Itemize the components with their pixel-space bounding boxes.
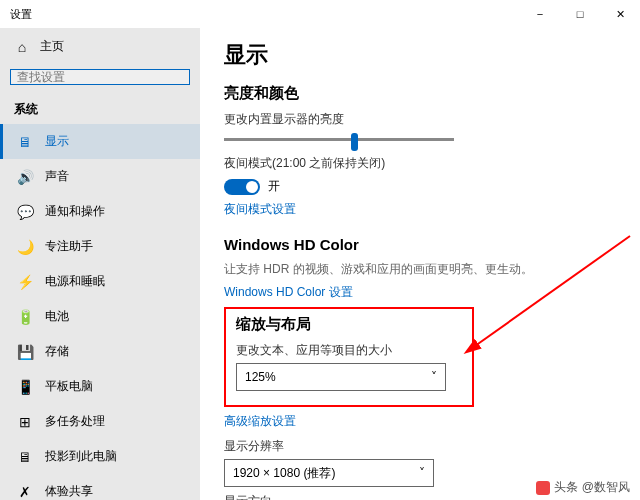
slider-thumb[interactable] [351,133,358,151]
sidebar-home-label: 主页 [40,38,64,55]
resolution-value: 1920 × 1080 (推荐) [233,465,335,482]
multitask-icon: ⊞ [17,414,33,430]
night-mode-link[interactable]: 夜间模式设置 [224,201,616,218]
hdr-link[interactable]: Windows HD Color 设置 [224,284,616,301]
resolution-select[interactable]: 1920 × 1080 (推荐) ˅ [224,459,434,487]
home-icon: ⌂ [14,39,30,55]
storage-icon: 💾 [17,344,33,360]
night-mode-toggle[interactable] [224,179,260,195]
night-mode-label: 夜间模式(21:00 之前保持关闭) [224,155,616,172]
display-icon: 🖥 [17,134,33,150]
shared-icon: ✗ [17,484,33,500]
sidebar-item-label: 多任务处理 [45,413,105,430]
sidebar-item-power[interactable]: ⚡ 电源和睡眠 [0,264,200,299]
brightness-slider[interactable] [224,138,454,141]
page-title: 显示 [224,40,616,70]
tablet-icon: 📱 [17,379,33,395]
main-content: 显示 亮度和颜色 更改内置显示器的亮度 夜间模式(21:00 之前保持关闭) 开… [200,28,640,500]
sidebar-item-label: 通知和操作 [45,203,105,220]
toggle-knob [246,181,258,193]
night-mode-state: 开 [268,178,280,195]
sidebar-item-project[interactable]: 🖥 投影到此电脑 [0,439,200,474]
maximize-button[interactable]: □ [560,0,600,28]
close-button[interactable]: ✕ [600,0,640,28]
sidebar-item-multitask[interactable]: ⊞ 多任务处理 [0,404,200,439]
watermark-prefix: 头条 [554,479,578,496]
sidebar-item-label: 体验共享 [45,483,93,500]
search-input[interactable] [10,69,190,85]
minimize-button[interactable]: − [520,0,560,28]
sidebar-item-focus[interactable]: 🌙 专注助手 [0,229,200,264]
sidebar-item-storage[interactable]: 💾 存储 [0,334,200,369]
hdr-heading: Windows HD Color [224,236,616,253]
resolution-label: 显示分辨率 [224,438,616,455]
scale-heading: 缩放与布局 [236,315,462,334]
sidebar-item-label: 存储 [45,343,69,360]
watermark-author: @数智风 [582,479,630,496]
sidebar-item-label: 电源和睡眠 [45,273,105,290]
hdr-desc: 让支持 HDR 的视频、游戏和应用的画面更明亮、更生动。 [224,261,616,278]
sidebar-item-label: 声音 [45,168,69,185]
sidebar-home[interactable]: ⌂ 主页 [0,28,200,65]
scale-select[interactable]: 125% ˅ [236,363,446,391]
sidebar-item-display[interactable]: 🖥 显示 [0,124,200,159]
brightness-label: 更改内置显示器的亮度 [224,111,616,128]
search-field[interactable] [17,70,177,84]
watermark: 头条 @数智风 [536,479,630,496]
sidebar-item-label: 电池 [45,308,69,325]
sidebar-item-tablet[interactable]: 📱 平板电脑 [0,369,200,404]
sidebar-item-sound[interactable]: 🔊 声音 [0,159,200,194]
brightness-heading: 亮度和颜色 [224,84,616,103]
watermark-logo [536,481,550,495]
project-icon: 🖥 [17,449,33,465]
power-icon: ⚡ [17,274,33,290]
notifications-icon: 💬 [17,204,33,220]
scale-link[interactable]: 高级缩放设置 [224,413,616,430]
window-title: 设置 [10,7,32,22]
sidebar-item-label: 平板电脑 [45,378,93,395]
scale-value: 125% [245,370,276,384]
sidebar-item-label: 投影到此电脑 [45,448,117,465]
focus-icon: 🌙 [17,239,33,255]
sidebar-item-label: 专注助手 [45,238,93,255]
chevron-down-icon: ˅ [431,370,437,384]
sidebar-group: 系统 [0,95,200,124]
battery-icon: 🔋 [17,309,33,325]
sidebar-item-notifications[interactable]: 💬 通知和操作 [0,194,200,229]
sidebar-item-label: 显示 [45,133,69,150]
sidebar: ⌂ 主页 系统 🖥 显示 🔊 声音 💬 通知和操作 🌙 专 [0,28,200,500]
sidebar-item-shared[interactable]: ✗ 体验共享 [0,474,200,500]
sound-icon: 🔊 [17,169,33,185]
scale-label: 更改文本、应用等项目的大小 [236,342,462,359]
scale-highlight-box: 缩放与布局 更改文本、应用等项目的大小 125% ˅ [224,307,474,407]
chevron-down-icon: ˅ [419,466,425,480]
sidebar-item-battery[interactable]: 🔋 电池 [0,299,200,334]
titlebar: 设置 − □ ✕ [0,0,640,28]
